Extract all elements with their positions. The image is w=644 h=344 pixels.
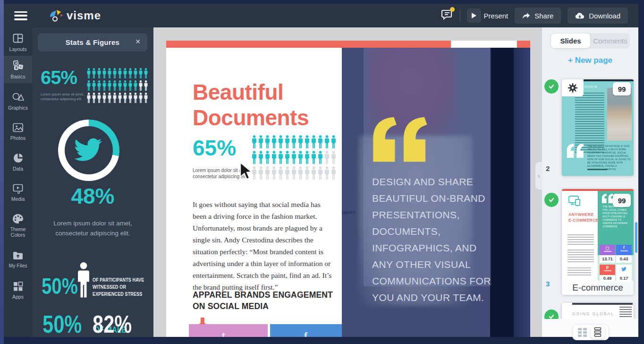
pinterest-icon: p — [600, 265, 615, 269]
app-window: visme Present Share — [0, 0, 644, 344]
slide-badge[interactable]: 99 — [613, 82, 631, 95]
hamburger-menu-button[interactable] — [14, 11, 27, 20]
chevron-right-icon: › — [538, 172, 540, 180]
stat-widget-female[interactable]: 82% OF FEMALE — [93, 310, 153, 337]
visme-logo[interactable]: visme — [48, 8, 101, 23]
present-control[interactable]: Present — [467, 9, 508, 23]
photo-panel[interactable]: SHIRT DESIGN AND SHARE BEAUTIFUL ON-BRAN… — [342, 48, 530, 337]
stat-caption: EXPERIENCED STRESS — [93, 291, 153, 298]
svg-text:B: B — [15, 66, 17, 69]
facebook-icon: f — [304, 330, 307, 337]
download-button[interactable]: Download — [568, 8, 628, 24]
slide3-text-lines — [568, 267, 591, 277]
stat-caption: OF PARTICIPANTS HAVE — [93, 276, 153, 284]
monitor-icon — [568, 196, 581, 206]
sidebar-item-apps[interactable]: Apps — [4, 277, 32, 303]
page-accent-bar[interactable] — [166, 41, 451, 48]
sidebar-item-my-files[interactable]: My Files — [4, 246, 32, 272]
sidebar-item-photos[interactable]: Photos — [4, 118, 32, 145]
close-icon[interactable]: ✕ — [135, 38, 141, 45]
stat-caption: Lorem ipsum dolor sit amet, — [41, 92, 85, 97]
social-block-facebook[interactable]: f — [270, 324, 349, 337]
stat-caption: WITNESSED OR — [93, 284, 153, 291]
sidebar-item-theme-colors[interactable]: Theme Colors — [4, 209, 32, 241]
data-icon — [13, 153, 24, 163]
new-page-button[interactable]: + New page — [542, 56, 638, 65]
share-label: Share — [534, 12, 553, 20]
slide4-text-lines — [619, 307, 632, 317]
notification-dot — [450, 7, 455, 12]
document-section-heading[interactable]: APPAREL BRANDS ENGAGEMENT ON SOCIAL MEDI… — [193, 289, 334, 312]
folder-icon — [12, 250, 24, 260]
palette-icon — [12, 214, 24, 224]
document-body-text[interactable]: It goes without saying that social media… — [193, 198, 334, 293]
thumb-topbar — [572, 303, 633, 305]
pictograph-people — [86, 68, 148, 105]
sidebar-item-data[interactable]: Data — [4, 148, 32, 175]
slide-done-check-icon[interactable] — [544, 79, 559, 94]
sidebar-item-layouts[interactable]: Layouts — [4, 28, 32, 56]
stats-panel-header[interactable]: Stats & Figures ✕ — [38, 33, 147, 52]
stat-value: 50% — [42, 310, 82, 337]
panel-scrollbar[interactable] — [635, 222, 637, 253]
grid-view-icon[interactable] — [577, 327, 588, 337]
comments-icon[interactable] — [441, 9, 453, 23]
list-view-icon — [594, 327, 602, 337]
metric-tile-instagram — [600, 245, 615, 255]
sidebar-item-media[interactable]: Media — [4, 179, 32, 206]
slide-caption: E-commerce — [562, 281, 634, 295]
tumblr-icon: t — [222, 331, 225, 337]
slide-badge[interactable]: 99 — [613, 194, 631, 207]
photos-icon — [12, 122, 24, 133]
quote-text[interactable]: DESIGN AND SHARE BEAUTIFUL ON-BRAND PRES… — [372, 173, 494, 306]
slide2-quote-text: THE BIGGEST ADVANTAGE IS OUR ABILITY TO … — [587, 145, 631, 171]
list-view-button[interactable] — [591, 326, 605, 339]
share-button[interactable]: Share — [515, 8, 561, 24]
stat-caption: Lorem ipsum dolor sit amet, — [32, 218, 153, 228]
stat-widget-pictograph[interactable]: 65% Lorem ipsum dolor sit amet, consecte… — [41, 67, 85, 102]
page-accent-bar-gap — [451, 41, 517, 48]
sidebar-item-basics[interactable]: A B C Basics — [4, 56, 32, 83]
slide2-photo — [607, 88, 632, 141]
slide3-text-lines — [568, 234, 594, 246]
sidebar-item-graphics[interactable]: Graphics — [4, 87, 32, 114]
stat-value[interactable]: 48% — [32, 183, 153, 209]
stats-panel-title: Stats & Figures — [66, 38, 120, 46]
editor-canvas[interactable]: Beautiful Documents 65% Lorem ipsum dolo… — [153, 27, 542, 337]
slide4-heading: GOING GLOBAL — [572, 311, 614, 316]
document-pictograph[interactable] — [251, 135, 337, 182]
slide-done-check-icon[interactable] — [544, 193, 559, 207]
mouse-cursor — [237, 162, 254, 182]
topbar: visme Present Share — [4, 4, 638, 27]
facebook-icon: f — [616, 245, 632, 249]
panel-tabs: Slides Comments — [551, 33, 630, 49]
photo-label: SHIRT — [342, 210, 356, 215]
present-label: Present — [484, 12, 508, 20]
present-play-icon[interactable] — [467, 9, 481, 23]
basics-icon: A B C — [12, 60, 24, 71]
document-stat-value[interactable]: 65% — [193, 135, 236, 161]
metric-tile-pinterest: p — [600, 265, 615, 275]
gear-icon — [568, 83, 578, 93]
stat-caption: consectetur adipiscing elit. — [41, 97, 85, 102]
icon-sidebar: Layouts A B C Basics Graphics — [4, 27, 32, 337]
slide-settings-button[interactable] — [562, 79, 584, 96]
slide3-heading: ANYWHERE — [568, 212, 599, 217]
slide-number: 3 — [546, 280, 550, 288]
document-title[interactable]: Beautiful Documents — [193, 79, 309, 130]
social-block-tumblr[interactable]: t — [189, 324, 268, 337]
toolbar-divider — [460, 9, 460, 22]
window-border — [0, 0, 4, 344]
tab-slides[interactable]: Slides — [551, 34, 590, 48]
slide-number: 2 — [546, 164, 550, 172]
view-toggle — [572, 324, 609, 340]
donut-chart[interactable] — [58, 120, 119, 181]
slide2-footer-line — [587, 169, 607, 170]
tab-comments[interactable]: Comments — [591, 33, 630, 49]
visme-logo-icon — [48, 8, 63, 23]
share-icon — [522, 12, 530, 19]
panel-collapse-handle[interactable]: › — [535, 162, 542, 189]
document-page[interactable]: Beautiful Documents 65% Lorem ipsum dolo… — [166, 41, 530, 337]
slide3-heading: E-COMMERCE — [568, 217, 599, 223]
graphics-icon — [12, 91, 24, 103]
